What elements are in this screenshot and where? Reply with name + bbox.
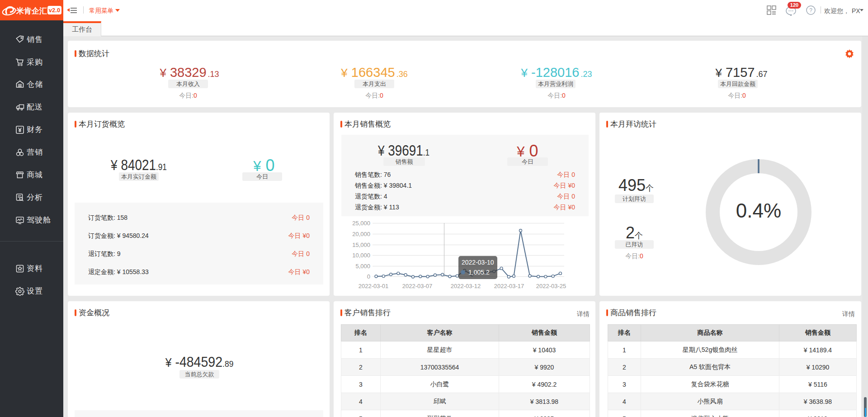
svg-text:?: ?: [809, 7, 812, 14]
